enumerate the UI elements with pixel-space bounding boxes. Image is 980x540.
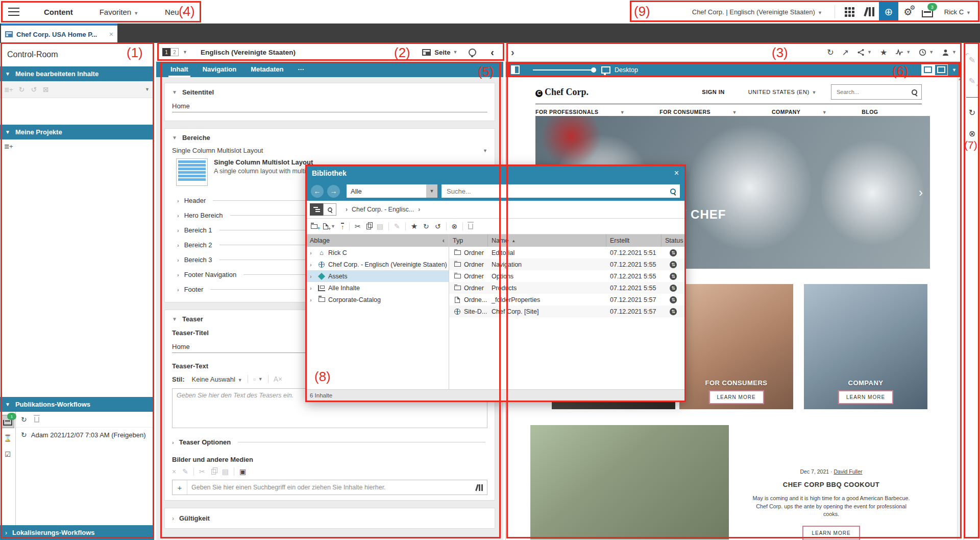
site-search-box[interactable] <box>831 84 922 100</box>
trash-icon[interactable] <box>468 224 473 229</box>
device-width-slider[interactable] <box>533 69 594 71</box>
site-search-input[interactable] <box>836 88 912 96</box>
new-folder-icon[interactable] <box>311 224 317 229</box>
forward-icon[interactable]: → <box>327 185 340 198</box>
clear-format-icon[interactable]: A× <box>274 375 283 383</box>
my-edited-content-header[interactable]: ▼Meine bearbeiteten Inhalte <box>0 66 154 81</box>
refresh-icon[interactable]: ↻ <box>21 415 27 424</box>
apps-grid-button[interactable] <box>840 2 860 21</box>
col-erstellt[interactable]: Erstellt <box>606 234 662 247</box>
sign-in-link[interactable]: SIGN IN <box>702 89 724 95</box>
inbox-button[interactable]: 3 <box>918 2 937 21</box>
comparison-preview-toggle[interactable] <box>935 64 948 76</box>
tree-item-corporate-catalog[interactable]: ›Corporate-Catalog <box>306 294 449 306</box>
table-row[interactable]: Ordne... _folderProperties 07.12.2021 5:… <box>449 294 685 306</box>
bereiche-header[interactable]: ▼Bereiche <box>172 134 487 142</box>
library-icon[interactable] <box>475 484 483 491</box>
apply-changes-icon[interactable]: ✎↶ <box>969 55 975 65</box>
cut-icon[interactable]: ✂ <box>355 222 361 230</box>
table-row[interactable]: Ordner Options 07.12.2021 5:55 ⇅ <box>449 270 685 282</box>
open-in-library-icon[interactable]: ▣ <box>239 467 246 476</box>
pencil-icon[interactable]: ✎ <box>394 222 400 230</box>
finished-filter-button[interactable]: ☑ <box>1 448 14 461</box>
my-projects-header[interactable]: ▼Meine Projekte <box>0 125 154 139</box>
teaser-card-consumers[interactable]: FOR CONSUMERS LEARN MORE <box>679 284 793 409</box>
chevron-down-icon[interactable]: ▼ <box>453 50 457 55</box>
time-travel-icon[interactable]: ▼ <box>919 49 934 56</box>
table-row[interactable]: Ordner Products 07.12.2021 5:55 ⇅ <box>449 282 685 294</box>
cut-icon[interactable]: ✂ <box>199 467 205 476</box>
tree-item-chef-corp[interactable]: ›Chef Corp. - Englisch (Vereinigte Staat… <box>306 259 449 270</box>
library-title-bar[interactable]: Bibliothek × <box>306 165 685 181</box>
workflow-item[interactable]: ↻ Adam 2021/12/07 7:03 AM (Freigeben) <box>16 428 154 442</box>
layout-select[interactable]: Single Column Multislot Layout ▼ <box>172 147 487 154</box>
tab-inhalt[interactable]: Inhalt <box>163 65 195 77</box>
version-other[interactable]: 2 <box>170 48 179 56</box>
hamburger-menu-icon[interactable] <box>8 11 19 12</box>
col-typ[interactable]: Typ <box>449 234 488 247</box>
collapse-left-icon[interactable]: ‹ <box>443 237 445 244</box>
library-search-input[interactable] <box>446 187 670 196</box>
publish-icon[interactable]: ↻ <box>423 222 429 230</box>
tab-metadaten[interactable]: Metadaten <box>243 65 290 77</box>
reload-icon[interactable]: ↻ <box>969 108 975 118</box>
author-link[interactable]: David Fuller <box>834 468 862 475</box>
analytics-icon[interactable]: ▼ <box>895 49 911 56</box>
chevron-down-icon[interactable]: ▼ <box>145 87 150 92</box>
publication-workflows-header[interactable]: ▼Publikations-Workflows <box>0 397 154 412</box>
open-external-icon[interactable]: ↗ <box>842 48 849 57</box>
expand-right-icon[interactable]: › <box>511 46 514 58</box>
discard-changes-icon[interactable]: ✎× <box>969 76 975 86</box>
lightbulb-icon[interactable] <box>469 49 476 56</box>
user-variants-icon[interactable]: ▼ <box>942 49 957 56</box>
region-selector[interactable]: UNITED STATES (EN)▼ <box>748 89 817 95</box>
learn-more-button[interactable]: LEARN MORE <box>802 526 860 540</box>
learn-more-button[interactable]: LEARN MORE <box>708 390 764 404</box>
nav-blog[interactable]: BLOG <box>862 109 895 115</box>
withdraw-icon[interactable]: ⊗ <box>452 222 458 230</box>
tab-more[interactable]: ··· <box>290 65 311 77</box>
collapse-left-icon[interactable]: ‹ <box>491 46 494 58</box>
share-icon[interactable]: ▼ <box>857 49 872 56</box>
slider-handle[interactable] <box>591 67 596 73</box>
teaser-options-row[interactable]: ›Teaser Optionen <box>172 435 487 450</box>
pending-filter-button[interactable]: ⌛ <box>1 431 14 444</box>
stil-select[interactable]: Keine Auswahl▼ <box>192 375 242 383</box>
format-block-icon[interactable]: ▫ <box>253 375 256 383</box>
desktop-preview-toggle[interactable] <box>921 64 935 76</box>
learn-more-button[interactable]: LEARN MORE <box>838 390 893 404</box>
reload-preview-icon[interactable]: ↻ <box>827 48 834 57</box>
tab-navigation[interactable]: Navigation <box>195 65 243 77</box>
nav-company[interactable]: COMPANY ▼ <box>772 109 844 115</box>
copy-icon[interactable] <box>366 224 371 229</box>
site-locale-selector[interactable]: Chef Corp. | Englisch (Vereinigte Staate… <box>692 8 822 16</box>
add-to-list-icon[interactable]: ≣+ <box>4 86 12 93</box>
seitentitel-input[interactable] <box>172 100 487 112</box>
preview-scrollbar[interactable]: ▲ <box>957 77 962 540</box>
add-icon[interactable]: + <box>173 480 187 495</box>
remove-icon[interactable]: × <box>172 467 176 476</box>
close-icon[interactable]: × <box>674 169 679 178</box>
menu-favoriten[interactable]: Favoriten▼ <box>100 8 138 16</box>
copy-icon[interactable] <box>211 469 216 475</box>
paste-icon[interactable]: ▤ <box>377 222 383 230</box>
col-status[interactable]: Status <box>662 234 687 247</box>
approve-icon[interactable]: ↺ <box>31 85 37 93</box>
trash-icon[interactable] <box>34 417 39 422</box>
settings-button[interactable]: ⚙⚙ <box>898 2 918 21</box>
star-icon[interactable]: ★ <box>411 222 418 231</box>
tab-chef-corp-usa-home[interactable]: Chef Corp. USA Home P... × <box>1 24 117 43</box>
chevron-down-icon[interactable]: ▼ <box>952 67 957 73</box>
tree-item-assets[interactable]: ›Assets <box>306 270 449 282</box>
teaser-card-company[interactable]: COMPANY LEARN MORE <box>804 284 927 409</box>
publish-icon[interactable]: ↻ <box>18 85 24 93</box>
nav-for-consumers[interactable]: FOR CONSUMERS ▼ <box>659 109 754 115</box>
library-search-field[interactable] <box>442 184 680 198</box>
tree-view-button[interactable] <box>310 203 323 216</box>
upload-icon[interactable]: ↑ <box>341 223 344 230</box>
table-row[interactable]: Ordner Editorial 07.12.2021 5:51 ⇅ <box>449 247 685 259</box>
sitemap-button-active[interactable]: ⊕ <box>879 2 898 21</box>
approve-icon[interactable]: ↺ <box>435 222 441 230</box>
toggle-sidebar-icon[interactable] <box>511 65 520 74</box>
chevron-down-icon[interactable]: ▼ <box>183 50 187 55</box>
